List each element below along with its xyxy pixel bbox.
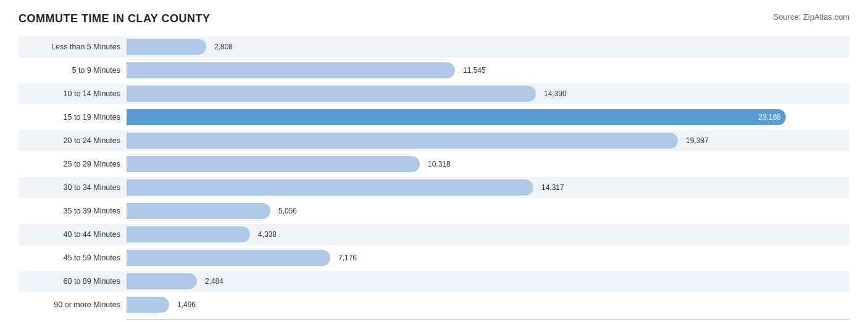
bar-container: 7,176 — [127, 247, 849, 268]
bar-label: Less than 5 Minutes — [19, 43, 127, 51]
bar-container: 19,387 — [127, 130, 849, 151]
bar-label: 90 or more Minutes — [19, 300, 127, 309]
bar-container: 2,484 — [127, 271, 849, 292]
bar-label: 10 to 14 Minutes — [19, 89, 127, 98]
bar-row: 10 to 14 Minutes14,390 — [19, 83, 849, 104]
bar-label: 5 to 9 Minutes — [19, 66, 127, 75]
bar-container: 11,545 — [127, 60, 849, 81]
bar-fill: 23,188 — [127, 109, 786, 125]
bar-container: 14,317 — [127, 177, 849, 198]
bar-row: 20 to 24 Minutes19,387 — [19, 130, 849, 151]
bar-row: 40 to 44 Minutes4,338 — [19, 224, 849, 245]
bar-row: 15 to 19 Minutes23,188 — [19, 107, 849, 128]
bar-value-label: 14,390 — [540, 89, 567, 98]
bar-label: 35 to 39 Minutes — [19, 207, 127, 215]
bar-row: 45 to 59 Minutes7,176 — [19, 247, 849, 268]
bar-fill: 5,056 — [127, 203, 270, 219]
bar-fill: 7,176 — [127, 250, 330, 266]
bar-fill: 4,338 — [127, 226, 250, 242]
bar-value-label: 2,808 — [211, 43, 233, 51]
bar-value-label: 23,188 — [758, 113, 781, 122]
bar-container: 4,338 — [127, 224, 849, 245]
bar-row: 90 or more Minutes1,496 — [19, 294, 849, 315]
bar-fill: 14,317 — [127, 180, 533, 196]
bar-row: 30 to 34 Minutes14,317 — [19, 177, 849, 198]
bar-label: 15 to 19 Minutes — [19, 113, 127, 122]
bar-label: 30 to 34 Minutes — [19, 183, 127, 192]
bar-fill: 2,808 — [127, 39, 206, 55]
bar-container: 10,318 — [127, 154, 849, 175]
bar-fill: 14,390 — [127, 86, 536, 102]
x-axis-area: 012,50025,000 — [19, 319, 849, 322]
bar-container: 14,390 — [127, 83, 849, 104]
bar-label: 60 to 89 Minutes — [19, 277, 127, 286]
bar-label: 40 to 44 Minutes — [19, 230, 127, 239]
bar-value-label: 5,056 — [275, 207, 297, 215]
bar-fill: 10,318 — [127, 156, 420, 172]
bar-value-label: 14,317 — [538, 183, 564, 192]
chart-area: Less than 5 Minutes2,8085 to 9 Minutes11… — [19, 36, 849, 322]
bar-label: 20 to 24 Minutes — [19, 136, 127, 145]
bar-value-label: 10,318 — [424, 160, 451, 168]
bar-container: 5,056 — [127, 200, 849, 221]
source-label: Source: ZipAtlas.com — [773, 12, 849, 22]
bar-fill: 2,484 — [127, 273, 197, 289]
bar-value-label: 1,496 — [173, 300, 196, 309]
bar-row: 5 to 9 Minutes11,545 — [19, 60, 849, 81]
bar-fill: 19,387 — [127, 133, 678, 149]
bar-container: 1,496 — [127, 294, 849, 315]
chart-title: COMMUTE TIME IN CLAY COUNTY — [19, 12, 211, 25]
bar-label: 45 to 59 Minutes — [19, 254, 127, 262]
bar-fill: 11,545 — [127, 62, 455, 78]
bar-label: 25 to 29 Minutes — [19, 160, 127, 168]
bar-row: 35 to 39 Minutes5,056 — [19, 200, 849, 221]
bar-value-label: 11,545 — [459, 66, 486, 75]
bar-rows: Less than 5 Minutes2,8085 to 9 Minutes11… — [19, 36, 849, 316]
bar-value-label: 2,484 — [201, 277, 223, 286]
x-axis-ticks: 012,50025,000 — [127, 319, 849, 322]
bar-row: Less than 5 Minutes2,808 — [19, 36, 849, 57]
bar-row: 60 to 89 Minutes2,484 — [19, 271, 849, 292]
bar-value-label: 19,387 — [682, 136, 709, 145]
bar-container: 23,188 — [127, 107, 849, 128]
bar-container: 2,808 — [127, 36, 849, 57]
bar-fill: 1,496 — [127, 297, 169, 313]
bar-value-label: 7,176 — [335, 254, 357, 262]
bar-row: 25 to 29 Minutes10,318 — [19, 154, 849, 175]
bar-value-label: 4,338 — [254, 230, 277, 239]
